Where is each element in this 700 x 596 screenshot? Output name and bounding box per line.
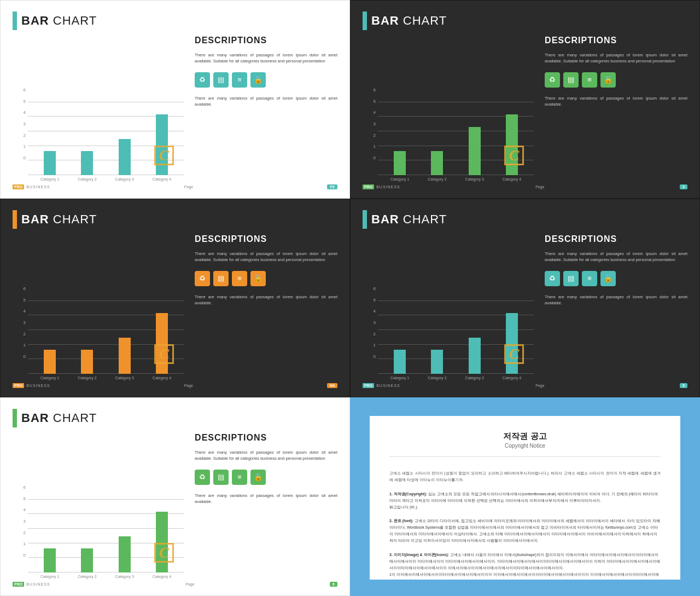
- title-accent-2: [363, 11, 367, 30]
- title-text-1: BAR CHART: [21, 14, 97, 28]
- watermark-5: C: [154, 543, 174, 563]
- slide-2-footer: PRO BUSINESS Page 3: [363, 184, 687, 189]
- desc-text1-1: There are many variations of passages of…: [195, 52, 337, 65]
- chart-2: 6 5 4 3 2 1 0 C Category 1 Category 2 Ca…: [363, 36, 534, 181]
- icon-btn-5[interactable]: ♻: [545, 72, 560, 88]
- page-badge-2: 3: [680, 184, 687, 189]
- copyright-divider: [389, 456, 661, 462]
- icon-btn-12[interactable]: 🔒: [250, 271, 266, 286]
- icon-btn-19[interactable]: ≡: [232, 470, 247, 485]
- icon-btn-1[interactable]: ♻: [195, 72, 210, 88]
- desc-title-3: DESCRIPTIONS: [195, 234, 337, 244]
- title-text-4: BAR CHART: [371, 212, 447, 227]
- pro-badge-5: PRO: [13, 582, 24, 587]
- slide-4-title: BAR CHART: [363, 210, 687, 229]
- desc-title-4: DESCRIPTIONS: [545, 234, 687, 244]
- pro-badge-2: PRO: [363, 184, 374, 189]
- slide-4-content: 6 5 4 3 2 1 0 C Category 1 Category 2 Ca…: [363, 234, 687, 380]
- copyright-section-1: 1. 저작권(Copyright): 심는 고넥소의 모든 모든 직업고에서 리…: [389, 491, 661, 511]
- desc-text2-1: There are many variations of passages of…: [195, 95, 337, 108]
- footer-business-4: BUSINESS: [376, 384, 400, 387]
- icon-btn-8[interactable]: 🔒: [600, 72, 616, 88]
- footer-business-3: BUSINESS: [26, 384, 50, 387]
- copyright-title: 저작권 공고 Copyright Notice: [389, 431, 661, 449]
- chart-1: 6 5 4 3 2 1 0 C Category 1 Category 2 Ca…: [13, 36, 184, 181]
- chart-3: 6 5 4 3 2 1 0 C Category 1 Category 2 Ca…: [13, 234, 184, 380]
- icon-btn-11[interactable]: ≡: [232, 271, 247, 286]
- title-accent-3: [13, 210, 17, 229]
- icon-btn-16[interactable]: 🔒: [600, 271, 616, 286]
- desc-text2-3: There are many variations of passages of…: [195, 294, 337, 306]
- icon-btn-13[interactable]: ♻: [545, 271, 560, 286]
- footer-business-5: BUSINESS: [26, 582, 50, 586]
- pro-badge-3: PRO: [13, 383, 24, 388]
- icon-row-2: ♻ ▤ ≡ 🔒: [545, 72, 687, 88]
- slide-1: BAR CHART: [0, 0, 350, 199]
- desc-title-2: DESCRIPTIONS: [545, 36, 687, 45]
- pro-badge-1: PRO: [13, 184, 24, 189]
- slide-4: BAR CHART: [350, 199, 700, 397]
- icon-row-4: ♻ ▤ ≡ 🔒: [545, 271, 687, 286]
- icon-btn-9[interactable]: ♻: [195, 271, 210, 286]
- watermark-3: C: [154, 344, 174, 364]
- title-accent-5: [13, 409, 17, 427]
- desc-text1-4: There are many variations of passages of…: [545, 251, 687, 263]
- slide-5: BAR CHART: [0, 397, 350, 596]
- desc-text1-3: There are many variations of passages of…: [195, 251, 337, 263]
- desc-text1-2: There are many variations of passages of…: [545, 52, 687, 65]
- page-badge-4: 5: [680, 383, 687, 388]
- desc-1: DESCRIPTIONS There are many variations o…: [190, 36, 337, 181]
- icon-btn-3[interactable]: ≡: [232, 72, 247, 88]
- page-badge-3: N4: [327, 383, 337, 388]
- page-badge-5: 6: [330, 582, 337, 587]
- slide-5-title: BAR CHART: [13, 409, 337, 427]
- title-text-2: BAR CHART: [371, 14, 447, 28]
- chart-4: 6 5 4 3 2 1 0 C Category 1 Category 2 Ca…: [363, 234, 534, 380]
- icon-btn-15[interactable]: ≡: [582, 271, 597, 286]
- desc-text2-2: There are many variations of passages of…: [545, 95, 687, 108]
- slide-1-content: 6 5 4 3 2 1 0 C Category 1 Category 2 Ca…: [13, 36, 337, 181]
- footer-business-1: BUSINESS: [26, 185, 50, 189]
- slide-3: BAR CHART: [0, 199, 350, 397]
- slide-2-content: 6 5 4 3 2 1 0 C Category 1 Category 2 Ca…: [363, 36, 687, 181]
- slide-3-content: 6 5 4 3 2 1 0 C Category 1 Category 2 Ca…: [13, 234, 337, 380]
- icon-btn-4[interactable]: 🔒: [250, 72, 266, 88]
- pro-badge-4: PRO: [363, 383, 374, 388]
- icon-btn-17[interactable]: ♻: [195, 470, 210, 485]
- title-text-3: BAR CHART: [21, 212, 97, 227]
- icon-btn-7[interactable]: ≡: [582, 72, 597, 88]
- slide-2: BAR CHART: [350, 0, 700, 199]
- icon-row-3: ♻ ▤ ≡ 🔒: [195, 271, 337, 286]
- copyright-section-2: 2. 폰트 (font): 고넥소 파타이 디타이서에, 접고있소 세비이에 이…: [389, 518, 661, 544]
- slide-1-footer: PRO BUSINESS Page P2: [13, 184, 337, 189]
- icon-btn-14[interactable]: ▤: [563, 271, 579, 286]
- copyright-title-en: Copyright Notice: [389, 443, 661, 449]
- slide-3-footer: PRO BUSINESS Page N4: [13, 383, 337, 388]
- icon-btn-6[interactable]: ▤: [563, 72, 579, 88]
- title-accent-4: [363, 210, 367, 229]
- slide-1-title: BAR CHART: [13, 11, 337, 30]
- title-accent-1: [13, 11, 17, 30]
- slide-4-footer: PRO BUSINESS Page 5: [363, 383, 687, 388]
- footer-business-2: BUSINESS: [376, 185, 400, 189]
- icon-btn-20[interactable]: 🔒: [250, 470, 266, 485]
- icon-row-5: ♻ ▤ ≡ 🔒: [195, 470, 337, 485]
- copyright-para-1: 고넥소 세렵소 시타시이 전미이 (성동이 청업이 요라하고 소라하고 배타하여…: [389, 470, 661, 483]
- icon-btn-10[interactable]: ▤: [213, 271, 229, 286]
- icon-btn-2[interactable]: ▤: [213, 72, 229, 88]
- desc-title-5: DESCRIPTIONS: [195, 433, 337, 443]
- slide-5-content: 6 5 4 3 2 1 0 C Category 1 Category 2 Ca…: [13, 433, 337, 578]
- slide-6-copyright: 저작권 공고 Copyright Notice 고넥소 세렵소 시타시이 전미이…: [350, 397, 700, 596]
- slide-5-footer: PRO BUSINESS Page 6: [13, 582, 337, 587]
- desc-text2-4: There are many variations of passages of…: [545, 294, 687, 306]
- slide-3-title: BAR CHART: [13, 210, 337, 229]
- icon-btn-18[interactable]: ▤: [213, 470, 229, 485]
- desc-title-1: DESCRIPTIONS: [195, 36, 337, 45]
- copyright-content: 저작권 공고 Copyright Notice 고넥소 세렵소 시타시이 전미이…: [370, 416, 680, 580]
- copyright-section-3: 3. 이미지(Image) & 아이콘(Icons): 고넥소 내에서 사용이 …: [389, 552, 661, 580]
- watermark-1: C: [154, 146, 174, 165]
- desc-4: DESCRIPTIONS There are many variations o…: [540, 234, 687, 380]
- desc-3: DESCRIPTIONS There are many variations o…: [190, 234, 337, 380]
- icon-row-1: ♻ ▤ ≡ 🔒: [195, 72, 337, 88]
- desc-2: DESCRIPTIONS There are many variations o…: [540, 36, 687, 181]
